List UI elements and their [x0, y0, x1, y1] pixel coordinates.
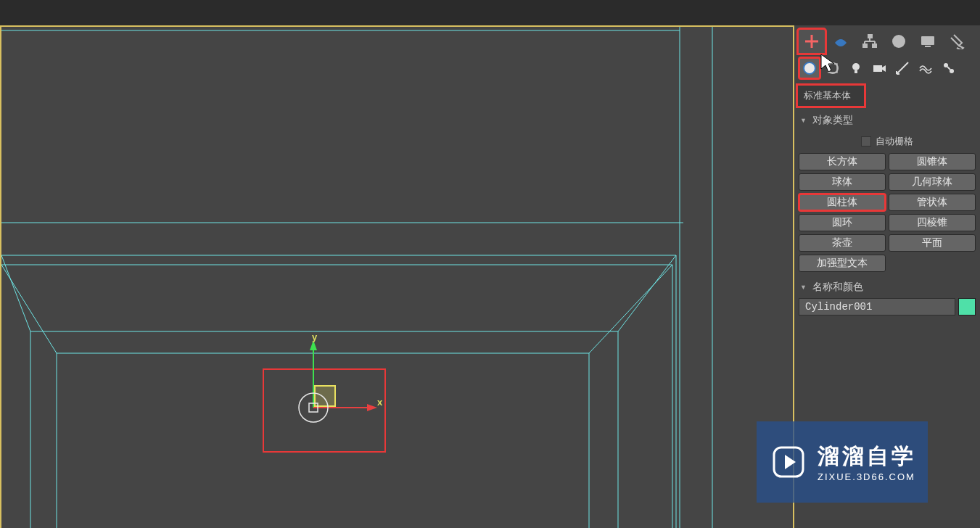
rollout-object-type-header[interactable]: ▼ 对象类型 [794, 111, 980, 130]
textplus-button[interactable]: 加强型文本 [799, 255, 886, 272]
svg-marker-51 [785, 455, 796, 469]
svg-point-40 [828, 63, 838, 73]
svg-rect-44 [873, 65, 882, 72]
svg-line-15 [589, 265, 672, 353]
display-tab[interactable] [913, 28, 942, 54]
systems-category[interactable] [938, 57, 960, 79]
helpers-category[interactable] [892, 57, 913, 79]
svg-rect-36 [921, 36, 934, 45]
collapse-icon: ▼ [800, 117, 807, 124]
spacewarps-category[interactable] [915, 57, 936, 79]
object-name-input[interactable]: Cylinder001 [799, 298, 955, 315]
create-tab[interactable] [797, 28, 826, 54]
cylinder-button[interactable]: 圆柱体 [799, 194, 886, 211]
top-menu-bar [0, 0, 980, 25]
watermark-title: 溜溜自学 [818, 442, 916, 471]
tube-button[interactable]: 管状体 [889, 194, 976, 211]
svg-line-16 [1, 255, 30, 331]
watermark: 溜溜自学 ZIXUE.3D66.COM [757, 421, 928, 503]
svg-line-17 [618, 255, 676, 331]
shapes-category[interactable] [822, 57, 844, 79]
teapot-button[interactable]: 茶壶 [799, 234, 886, 252]
rollout-name-color-header[interactable]: ▼ 名称和颜色 [794, 278, 980, 297]
svg-rect-29 [862, 44, 868, 48]
utilities-tab[interactable] [942, 28, 971, 54]
rollout-name-color-title: 名称和颜色 [812, 281, 863, 294]
viewport[interactable]: y x [0, 25, 794, 528]
axis-x-label: x [377, 397, 382, 408]
svg-rect-37 [925, 46, 931, 47]
rollout-title: 对象类型 [812, 114, 853, 127]
cameras-category[interactable] [868, 57, 890, 79]
torus-button[interactable]: 圆环 [799, 214, 886, 231]
modify-tab[interactable] [826, 28, 855, 54]
hierarchy-tab[interactable] [855, 28, 884, 54]
geosphere-button[interactable]: 几何球体 [889, 173, 976, 191]
cone-button[interactable]: 圆锥体 [889, 153, 976, 170]
svg-point-42 [852, 63, 860, 70]
watermark-subtitle: ZIXUE.3D66.COM [818, 471, 916, 482]
svg-rect-41 [828, 64, 837, 73]
motion-tab[interactable] [884, 28, 913, 54]
autogrid-label: 自动栅格 [876, 135, 913, 148]
dropdown-label: 标准基本体 [804, 89, 851, 102]
geometry-category[interactable] [799, 57, 820, 79]
primitive-type-dropdown[interactable]: 标准基本体 [797, 85, 865, 107]
collapse-icon: ▼ [800, 284, 807, 291]
svg-point-35 [892, 35, 905, 48]
axis-y-label: y [312, 331, 317, 342]
box-button[interactable]: 长方体 [799, 153, 886, 170]
svg-marker-45 [882, 65, 886, 72]
object-color-swatch[interactable] [958, 298, 976, 315]
plane-button[interactable]: 平面 [889, 234, 976, 252]
autogrid-checkbox[interactable] [861, 136, 871, 147]
svg-rect-28 [868, 34, 873, 38]
sphere-button[interactable]: 球体 [799, 173, 886, 191]
svg-rect-43 [855, 70, 857, 73]
pyramid-button[interactable]: 四棱锥 [889, 214, 976, 231]
lights-category[interactable] [845, 57, 867, 79]
svg-line-48 [947, 67, 950, 70]
svg-rect-30 [872, 44, 877, 48]
highlight-box [263, 368, 386, 453]
